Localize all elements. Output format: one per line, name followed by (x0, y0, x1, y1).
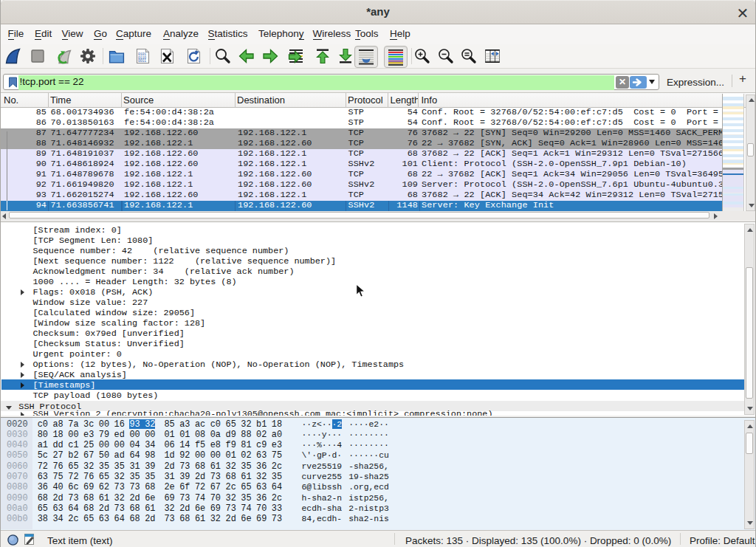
svg-text:0011: 0011 (138, 59, 146, 63)
